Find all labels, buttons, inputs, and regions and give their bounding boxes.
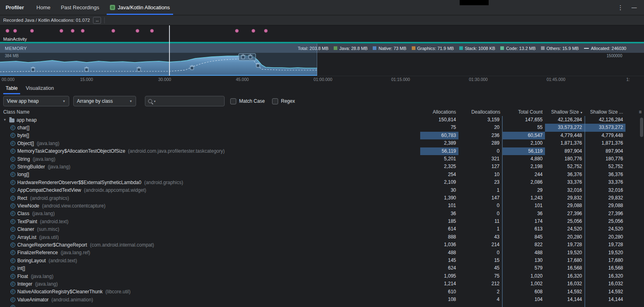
class-name: ViewNode	[17, 203, 39, 209]
column-header-allocations[interactable]: Allocations	[420, 109, 458, 115]
allocation-event-dot	[71, 29, 74, 33]
table-row[interactable]: FinalizerReference (java.lang.ref) 488 0…	[0, 249, 644, 257]
total-count-cell: 1,002	[503, 280, 545, 288]
tab-java-kotlin-allocations[interactable]: Java/Kotlin Allocations	[105, 0, 175, 15]
allocations-cell: 145	[420, 257, 458, 264]
tabbar-actions: ⋮ —	[617, 0, 644, 15]
package-name: (android.view.contentcapture)	[42, 203, 105, 209]
deallocations-cell: 2	[458, 288, 503, 296]
allocations-cell: 614	[420, 225, 458, 233]
total-count-cell: 1,243	[503, 194, 545, 202]
class-name: BoringLayout	[17, 258, 46, 263]
table-row[interactable]: HardwareRendererObserver$$ExternalSynthe…	[0, 178, 644, 186]
tab-table[interactable]: Table	[2, 82, 22, 94]
package-name: (java.lang)	[32, 211, 55, 216]
class-name-cell: BoringLayout (android.text)	[0, 257, 420, 264]
zoom-to-fit-icon[interactable]: ↔	[93, 17, 101, 24]
match-case-checkbox[interactable]	[230, 98, 236, 104]
table-body: ▼ app heap 150,814 3,159 147,655 42,126,…	[0, 116, 644, 307]
deallocations-cell: 0	[458, 147, 503, 155]
timeline-playhead[interactable]	[169, 25, 170, 76]
allocation-events-track[interactable]	[0, 25, 644, 37]
table-row[interactable]: NativeAllocationRegistry$CleanerThunk (l…	[0, 288, 644, 296]
table-row[interactable]: byte[] 60,783 236 60,547 4,779,448 4,779…	[0, 132, 644, 139]
allocations-cell: 5,201	[420, 155, 458, 163]
regex-checkbox[interactable]	[272, 98, 278, 104]
column-header-shallow-size-2[interactable]: Shallow Size ...	[585, 109, 625, 115]
column-header-class-name[interactable]: Class Name	[0, 109, 420, 115]
shallow-size-cell: 19,520	[545, 249, 585, 257]
shallow-size-2-cell: 25,056	[585, 218, 625, 225]
shallow-size-cell: 36,376	[545, 171, 585, 178]
time-axis-label: 01:00.000	[314, 77, 332, 82]
table-row[interactable]: ViewNode (android.view.contentcapture) 1…	[0, 202, 644, 210]
shallow-size-2-cell: 897,904	[585, 147, 625, 155]
table-row[interactable]: ArrayList (java.util) 888 43 845 20,280 …	[0, 233, 644, 241]
deallocations-cell: 127	[458, 163, 503, 170]
tab-past-recordings[interactable]: Past Recordings	[56, 0, 104, 15]
allocation-event-dot	[13, 29, 17, 33]
tab-visualization[interactable]: Visualization	[22, 82, 58, 94]
vertical-scrollbar[interactable]	[640, 118, 643, 137]
total-count-cell: 36	[503, 210, 545, 218]
shallow-size-2-cell: 52,752	[585, 163, 625, 170]
arrange-select[interactable]: Arrange by class ▼	[73, 96, 136, 106]
table-row[interactable]: AppCompatCheckedTextView (androidx.appco…	[0, 187, 644, 194]
table-row[interactable]	[0, 303, 644, 307]
expand-arrow-icon[interactable]: ▼	[3, 118, 7, 122]
table-row[interactable]: ChangeReporter$ChangeReport (com.android…	[0, 241, 644, 249]
allocations-cell: 60,783	[420, 132, 458, 139]
table-row[interactable]: int[] 624 45 579 16,568 16,568	[0, 264, 644, 272]
deallocations-cell: 236	[458, 132, 503, 139]
deallocations-cell: 45	[458, 264, 503, 272]
column-header-shallow-size[interactable]: Shallow Size▼	[545, 109, 585, 115]
search-input[interactable]	[157, 98, 221, 104]
table-settings-icon[interactable]: ≡	[625, 109, 644, 115]
more-options-icon[interactable]: ⋮	[617, 4, 623, 10]
total-count-cell: 1,020	[503, 272, 545, 280]
table-row[interactable]: ▼ app heap 150,814 3,159 147,655 42,126,…	[0, 116, 644, 124]
table-row[interactable]: Float (java.lang) 1,095 75 1,020 16,320 …	[0, 272, 644, 280]
table-row[interactable]: char[] 75 20 55 33,573,272 33,573,272	[0, 124, 644, 131]
table-row[interactable]: TextPaint (android.text) 185 11 174 25,0…	[0, 218, 644, 225]
shallow-size-cell: 16,032	[545, 280, 585, 288]
table-row[interactable]: StringBuilder (java.lang) 2,325 127 2,19…	[0, 163, 644, 170]
table-row[interactable]: BoringLayout (android.text) 145 15 130 1…	[0, 257, 644, 264]
minimize-icon[interactable]: —	[632, 5, 637, 10]
table-row[interactable]: Integer (java.lang) 1,214 212 1,002 16,0…	[0, 280, 644, 288]
memory-area-series	[0, 56, 317, 76]
table-row[interactable]: ValueAnimator (android.animation) 108 4 …	[0, 296, 644, 303]
gc-trash-icon	[190, 66, 194, 70]
shallow-size-2-cell	[585, 303, 625, 307]
shallow-size-cell: 27,396	[545, 210, 585, 218]
heap-select[interactable]: View app heap ▼	[3, 96, 69, 106]
app-title: Profiler	[0, 0, 31, 15]
package-name: (android.animation)	[52, 297, 93, 303]
deallocations-cell: 4	[458, 296, 503, 303]
table-row[interactable]: Class (java.lang) 36 0 36 27,396 27,396	[0, 210, 644, 218]
table-row[interactable]: String (java.lang) 5,201 321 4,880 180,7…	[0, 155, 644, 163]
search-box[interactable]: ▼	[145, 96, 225, 106]
allocations-cell: 1,214	[420, 280, 458, 288]
gc-trash-icon	[137, 68, 140, 71]
table-row[interactable]: Rect (android.graphics) 1,390 147 1,243 …	[0, 194, 644, 202]
class-name: FinalizerReference	[17, 250, 58, 255]
column-header-total-count[interactable]: Total Count	[503, 109, 545, 115]
class-name-cell: String (java.lang)	[0, 155, 420, 163]
memory-chart[interactable]	[0, 53, 644, 76]
tab-label: Java/Kotlin Allocations	[118, 4, 170, 10]
table-row[interactable]: long[] 254 10 244 36,376 36,376	[0, 171, 644, 178]
tab-home[interactable]: Home	[31, 0, 56, 15]
table-row[interactable]: MemoryTaskCategory$AllocationTestObjectO…	[0, 147, 644, 155]
selection-bottom-edge[interactable]	[0, 75, 317, 76]
gc-trash-icon	[242, 56, 245, 59]
legend-label: Total: 203.8 MB	[298, 46, 328, 51]
column-header-deallocations[interactable]: Deallocations	[458, 109, 503, 115]
memory-chart-area[interactable]: 384 MB 1500000	[0, 53, 644, 76]
table-row[interactable]: Object[] (java.lang) 2,389 289 2,100 1,8…	[0, 139, 644, 147]
class-icon	[10, 250, 15, 255]
allocations-cell: 1,390	[420, 194, 458, 202]
class-name: HardwareRendererObserver$$ExternalSynthe…	[17, 180, 141, 185]
class-name: NativeAllocationRegistry$CleanerThunk	[17, 289, 103, 295]
table-row[interactable]: Cleaner (sun.misc) 614 1 613 24,520 24,5…	[0, 225, 644, 233]
